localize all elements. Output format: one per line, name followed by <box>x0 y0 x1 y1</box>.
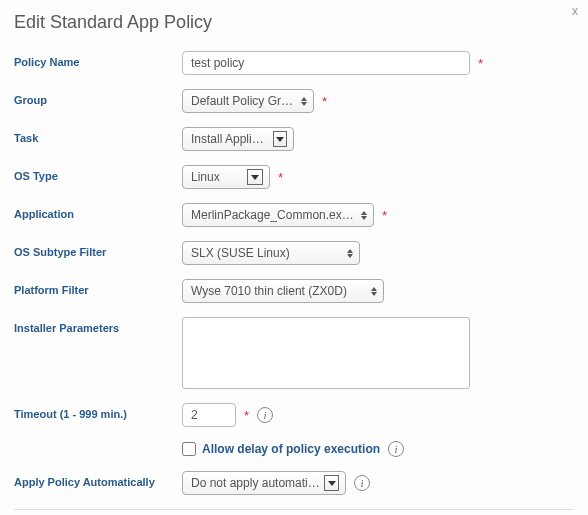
label-policy-name: Policy Name <box>14 51 182 68</box>
chevron-updown-icon <box>347 249 353 258</box>
label-os-subtype: OS Subtype Filter <box>14 241 182 258</box>
task-select[interactable]: Install Application <box>182 127 294 151</box>
row-os-subtype: OS Subtype Filter SLX (SUSE Linux) <box>14 241 574 265</box>
chevron-updown-icon <box>361 211 367 220</box>
apply-auto-select-value: Do not apply automatically <box>191 476 320 490</box>
platform-select-value: Wyse 7010 thin client (ZX0D) <box>191 284 347 298</box>
label-platform: Platform Filter <box>14 279 182 296</box>
label-application: Application <box>14 203 182 220</box>
group-select-value: Default Policy Group <box>191 94 295 108</box>
edit-policy-dialog: x Edit Standard App Policy Policy Name *… <box>0 0 588 515</box>
info-icon[interactable]: i <box>354 475 370 491</box>
close-icon[interactable]: x <box>572 4 578 18</box>
label-apply-auto: Apply Policy Automatically <box>14 471 182 488</box>
label-timeout: Timeout (1 - 999 min.) <box>14 403 182 420</box>
label-os-type: OS Type <box>14 165 182 182</box>
task-select-value: Install Application <box>191 132 269 146</box>
label-group: Group <box>14 89 182 106</box>
info-icon[interactable]: i <box>388 441 404 457</box>
application-select-value: MerlinPackage_Common.exe (Loc <box>191 208 355 222</box>
os-type-select[interactable]: Linux <box>182 165 270 189</box>
required-marker: * <box>478 56 483 71</box>
chevron-down-icon <box>324 475 339 491</box>
chevron-down-icon <box>273 131 287 147</box>
required-marker: * <box>382 208 387 223</box>
chevron-updown-icon <box>371 287 377 296</box>
os-subtype-select-value: SLX (SUSE Linux) <box>191 246 290 260</box>
dialog-title: Edit Standard App Policy <box>14 12 574 33</box>
row-platform: Platform Filter Wyse 7010 thin client (Z… <box>14 279 574 303</box>
row-group: Group Default Policy Group * <box>14 89 574 113</box>
installer-parameters-input[interactable] <box>182 317 470 389</box>
group-select[interactable]: Default Policy Group <box>182 89 314 113</box>
row-os-type: OS Type Linux * <box>14 165 574 189</box>
timeout-input[interactable] <box>182 403 236 427</box>
row-task: Task Install Application <box>14 127 574 151</box>
chevron-updown-icon <box>301 97 307 106</box>
allow-delay-label: Allow delay of policy execution <box>202 442 380 456</box>
allow-delay-checkbox[interactable] <box>182 442 196 456</box>
required-marker: * <box>278 170 283 185</box>
divider <box>14 509 574 510</box>
row-application: Application MerlinPackage_Common.exe (Lo… <box>14 203 574 227</box>
platform-select[interactable]: Wyse 7010 thin client (ZX0D) <box>182 279 384 303</box>
apply-auto-select[interactable]: Do not apply automatically <box>182 471 346 495</box>
row-policy-name: Policy Name * <box>14 51 574 75</box>
required-marker: * <box>322 94 327 109</box>
chevron-down-icon <box>247 169 263 185</box>
os-subtype-select[interactable]: SLX (SUSE Linux) <box>182 241 360 265</box>
row-timeout: Timeout (1 - 999 min.) * i <box>14 403 574 427</box>
row-allow-delay: Allow delay of policy execution i <box>182 441 574 457</box>
row-installer: Installer Parameters <box>14 317 574 389</box>
os-type-select-value: Linux <box>191 170 220 184</box>
policy-name-input[interactable] <box>182 51 470 75</box>
application-select[interactable]: MerlinPackage_Common.exe (Loc <box>182 203 374 227</box>
label-installer: Installer Parameters <box>14 317 182 334</box>
row-apply-auto: Apply Policy Automatically Do not apply … <box>14 471 574 495</box>
info-icon[interactable]: i <box>257 407 273 423</box>
label-task: Task <box>14 127 182 144</box>
required-marker: * <box>244 408 249 423</box>
